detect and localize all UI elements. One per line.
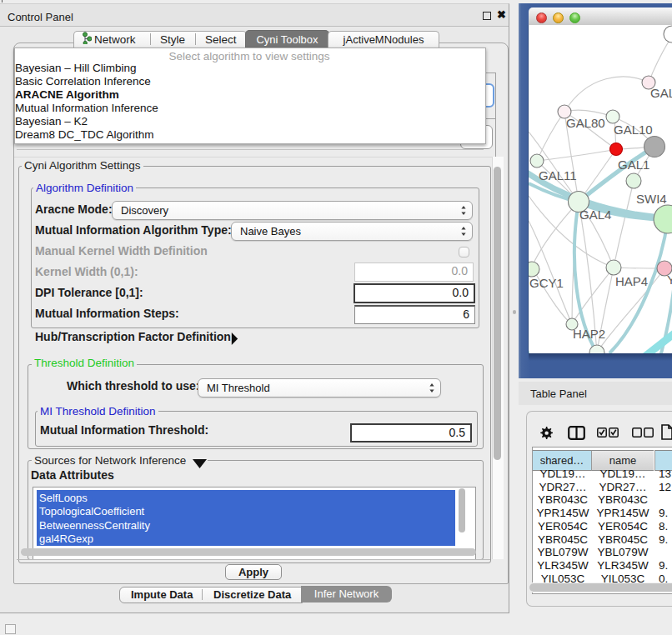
svg-text:GAL: GAL bbox=[650, 86, 672, 100]
svg-text:GAL11: GAL11 bbox=[539, 168, 577, 182]
svg-text:HAP2: HAP2 bbox=[573, 327, 605, 341]
svg-text:SWI4: SWI4 bbox=[636, 192, 667, 206]
svg-text:GAL80: GAL80 bbox=[566, 116, 605, 130]
svg-text:GAL4: GAL4 bbox=[579, 208, 611, 222]
svg-text:GAL10: GAL10 bbox=[614, 122, 653, 137]
svg-text:HAP4: HAP4 bbox=[615, 274, 648, 288]
svg-text:Y: Y bbox=[667, 272, 672, 287]
svg-text:GCY1: GCY1 bbox=[529, 276, 564, 290]
svg-text:GAL1: GAL1 bbox=[618, 158, 649, 172]
